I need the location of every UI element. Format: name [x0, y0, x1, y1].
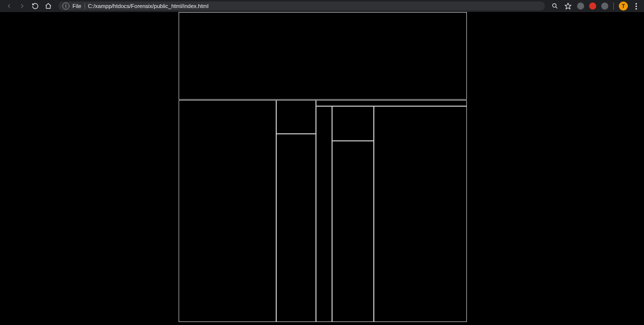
layout-right-strip [316, 100, 467, 106]
reload-button[interactable] [31, 2, 39, 10]
page-viewport [0, 12, 644, 325]
zoom-icon[interactable] [551, 2, 559, 10]
layout-nested-bottom-box [332, 141, 374, 322]
toolbar-separator [613, 3, 614, 10]
layout-nested-column [332, 106, 374, 322]
extension-icon-1[interactable] [577, 3, 584, 10]
toolbar-right-group: T [551, 2, 641, 11]
layout-left-column [179, 100, 276, 322]
layout-right-block [316, 100, 467, 322]
profile-avatar[interactable]: T [619, 2, 628, 11]
page-layout-wireframe [179, 12, 467, 322]
layout-second-row [179, 100, 467, 322]
url-scheme-chip: File [72, 3, 82, 9]
svg-line-1 [556, 7, 557, 9]
layout-wide-right-box [374, 106, 467, 322]
forward-button[interactable] [18, 2, 26, 10]
layout-narrow-column [316, 106, 332, 322]
site-info-icon[interactable]: i [62, 3, 69, 10]
url-text: C:/xampp/htdocs/Forensix/public_html/ind… [88, 3, 209, 9]
layout-header-box [179, 12, 467, 100]
address-separator [85, 3, 85, 9]
extension-icon-2[interactable] [589, 3, 596, 10]
extension-icon-3[interactable] [601, 3, 608, 10]
layout-right-inner-row [316, 106, 467, 322]
nav-button-group [3, 2, 52, 10]
svg-marker-2 [565, 3, 571, 9]
home-button[interactable] [44, 2, 52, 10]
menu-button[interactable] [633, 3, 639, 10]
browser-toolbar: i File C:/xampp/htdocs/Forensix/public_h… [0, 0, 644, 12]
svg-point-0 [552, 4, 556, 7]
back-button[interactable] [5, 2, 13, 10]
layout-mid-top-box [276, 100, 316, 134]
bookmark-star-icon[interactable] [564, 2, 572, 10]
layout-nested-top-box [332, 106, 374, 141]
address-bar[interactable]: i File C:/xampp/htdocs/Forensix/public_h… [58, 2, 545, 11]
layout-mid-bottom-box [276, 134, 316, 322]
layout-mid-column [276, 100, 316, 322]
